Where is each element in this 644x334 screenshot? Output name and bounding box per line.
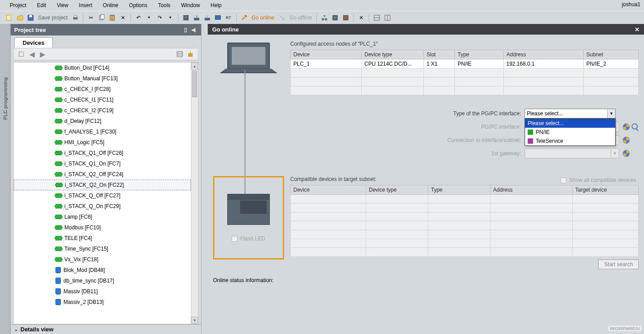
menu-project[interactable]: Project	[4, 1, 32, 10]
upload-2-icon[interactable]	[202, 13, 212, 23]
combo-type-pgpc[interactable]: Please select... ▼	[525, 109, 616, 118]
hmi-icon[interactable]	[213, 13, 223, 23]
redo-dropdown-icon[interactable]: ▼	[166, 13, 175, 23]
delete-icon[interactable]: ✕	[118, 13, 128, 23]
tab-devices[interactable]: Devices	[14, 37, 53, 48]
stop-cpu-icon[interactable]	[341, 13, 351, 23]
tree-sync-icon[interactable]	[186, 49, 195, 59]
print-icon[interactable]	[71, 13, 80, 23]
tree-item[interactable]: Button_Dist [FC14]	[14, 63, 191, 73]
tree-item[interactable]: f_ANALYSE_1 [FC30]	[14, 126, 191, 137]
tree-item[interactable]: c_CHECK_I2 [FC19]	[14, 105, 191, 116]
copy-icon[interactable]	[97, 13, 107, 23]
accessible-devices-icon[interactable]	[320, 13, 329, 23]
split-v-icon[interactable]	[383, 13, 392, 23]
new-project-icon[interactable]	[4, 13, 14, 23]
shield-icon[interactable]	[623, 137, 630, 144]
tree-item[interactable]: Time_Sync [FC15]	[14, 244, 191, 254]
tree-item[interactable]: i_STACK_Q1_On [FC7]	[14, 158, 191, 169]
go-online-label[interactable]: Go online	[250, 15, 276, 21]
tree-view-mode-icon[interactable]	[175, 49, 185, 59]
search-icon[interactable]	[632, 123, 639, 130]
tree-item[interactable]: TELE [FC4]	[14, 233, 191, 244]
tree-item[interactable]: i_STACK_Q_Off [FC27]	[14, 190, 191, 201]
tree-fwd-icon[interactable]: ▶	[38, 49, 47, 59]
tree-item[interactable]: i_STACK_Q1_Off [FC26]	[14, 148, 191, 158]
tree-item[interactable]: Lamp [FC6]	[14, 212, 191, 222]
menu-insert[interactable]: Insert	[74, 1, 98, 10]
open-project-icon[interactable]	[15, 13, 25, 23]
dd-item-pnie[interactable]: PN/IE	[525, 128, 615, 137]
menu-online[interactable]: Online	[98, 1, 124, 10]
tree-item[interactable]: HMI_Logic [FC5]	[14, 137, 191, 148]
download-icon[interactable]	[181, 13, 191, 23]
tree-item[interactable]: Button_Manual [FC13]	[14, 73, 191, 84]
scroll-thumb[interactable]	[192, 71, 197, 97]
type-pgpc-dropdown[interactable]: Please select... PN/IE TeleService	[525, 118, 616, 146]
menu-view[interactable]: View	[51, 1, 74, 10]
dropdown-arrow-icon[interactable]: ▼	[607, 109, 615, 118]
table-row[interactable]: PLC_1 CPU 1214C DC/D... 1 X1 PN/IE 192.1…	[291, 59, 639, 69]
menu-options[interactable]: Options	[124, 1, 153, 10]
scroll-down-icon[interactable]: ▼	[191, 317, 198, 324]
tree-item[interactable]: Blok_Mod [DB48]	[14, 265, 191, 275]
tree-scrollbar[interactable]: ▲ ▼	[191, 63, 198, 324]
tree-back-icon[interactable]: ◀	[27, 49, 37, 59]
upload-1-icon[interactable]	[192, 13, 201, 23]
tree-item[interactable]: Massiv [DB11]	[14, 286, 191, 297]
tree-item[interactable]: c_CHECK_I [FC28]	[14, 84, 191, 94]
save-project-label[interactable]: Save project	[36, 15, 70, 21]
th2-target[interactable]: Target device	[573, 185, 639, 195]
redo-icon[interactable]: ↷	[155, 13, 165, 23]
menu-window[interactable]: Window	[176, 1, 205, 10]
tree-item[interactable]: Massiv_2 [DB13]	[14, 297, 191, 307]
tree-item[interactable]: i_STACK_Q2_Off [FC24]	[14, 169, 191, 180]
shield-icon[interactable]	[623, 150, 630, 157]
th2-device-type[interactable]: Device type	[366, 185, 428, 195]
tree-item[interactable]: Modbus [FC10]	[14, 222, 191, 233]
scroll-up-icon[interactable]: ▲	[191, 63, 198, 70]
tree-item[interactable]: d_Delay [FC12]	[14, 116, 191, 126]
save-icon[interactable]	[26, 13, 36, 23]
tree-item[interactable]: c_CHECK_I1 [FC11]	[14, 94, 191, 105]
menu-tools[interactable]: Tools	[153, 1, 176, 10]
tree-item[interactable]: Vx_Vix [FC18]	[14, 254, 191, 265]
split-h-icon[interactable]	[372, 13, 382, 23]
tree-item[interactable]: db_time_sync [DB17]	[14, 275, 191, 286]
paste-icon[interactable]	[107, 13, 117, 23]
menu-edit[interactable]: Edit	[32, 1, 51, 10]
dd-item-please-select[interactable]: Please select...	[525, 119, 615, 128]
fc-icon	[55, 66, 62, 70]
tree-item[interactable]: i_STACK_Q2_On [FC22]	[14, 180, 191, 190]
cut-icon[interactable]: ✂	[86, 13, 96, 23]
tree-new-icon[interactable]	[16, 49, 26, 59]
th2-device[interactable]: Device	[291, 185, 366, 195]
collapse-left-icon[interactable]: ◀	[191, 27, 198, 33]
th-subnet[interactable]: Subnet	[584, 50, 639, 59]
th-slot[interactable]: Slot	[424, 50, 455, 59]
th2-type[interactable]: Type	[428, 185, 490, 195]
pin-icon[interactable]: ▯	[184, 27, 190, 33]
chevron-down-icon: ⌄	[14, 327, 18, 332]
details-view-bar[interactable]: ⌄ Details view	[11, 324, 201, 334]
th-address[interactable]: Address	[504, 50, 584, 59]
menu-help[interactable]: Help	[205, 1, 227, 10]
go-online-icon[interactable]	[239, 13, 249, 23]
dd-item-teleservice[interactable]: TeleService	[525, 137, 615, 145]
go-offline-icon[interactable]	[277, 13, 287, 23]
tree-item-label: c_CHECK_I1 [FC11]	[64, 97, 114, 103]
shield-icon[interactable]	[623, 123, 630, 130]
pc-graphic	[213, 41, 284, 158]
side-tab-plc-programming[interactable]: PLC programming	[0, 24, 11, 334]
th2-address[interactable]: Address	[490, 185, 573, 195]
th-device[interactable]: Device	[291, 50, 362, 59]
undo-dropdown-icon[interactable]: ▼	[144, 13, 154, 23]
th-device-type[interactable]: Device type	[362, 50, 424, 59]
rt-icon[interactable]: RT	[224, 13, 233, 23]
tree-item[interactable]: i_STACK_Q_On [FC29]	[14, 201, 191, 212]
th-type[interactable]: Type	[455, 50, 504, 59]
start-cpu-icon[interactable]	[330, 13, 340, 23]
undo-icon[interactable]: ↶	[134, 13, 143, 23]
cross-ref-icon[interactable]: ✕	[356, 13, 366, 23]
close-icon[interactable]: ✕	[635, 26, 640, 33]
